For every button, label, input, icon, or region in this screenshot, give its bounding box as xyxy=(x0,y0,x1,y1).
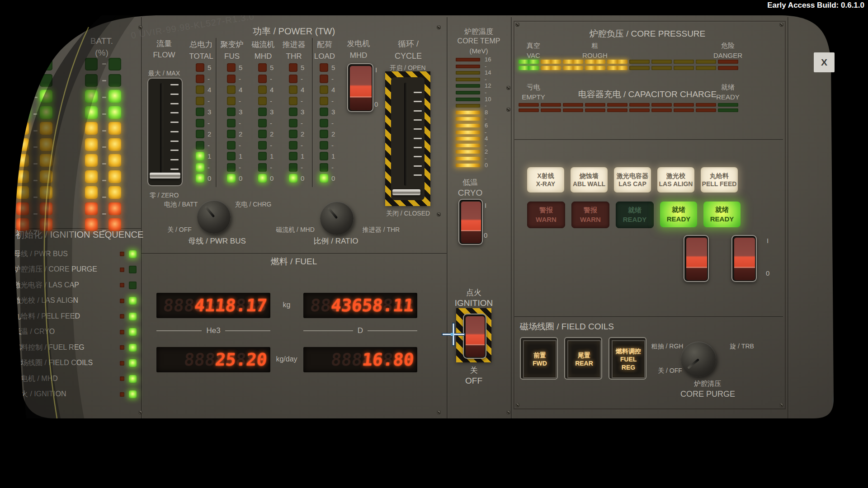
ratio-knob[interactable] xyxy=(320,202,354,235)
led-indicator xyxy=(40,122,52,135)
column-header-total: 总电力TOTAL xyxy=(184,39,218,62)
power-led-row: - xyxy=(320,141,338,150)
scale-label: - xyxy=(239,97,245,105)
subsystem-button[interactable]: X射线X-RAY xyxy=(527,167,564,192)
ignition-switch[interactable] xyxy=(463,314,486,359)
led-indicator xyxy=(320,75,328,83)
fast-forward-icon[interactable] xyxy=(805,443,820,460)
field-coil-button[interactable]: 燃料调控FUEL REG xyxy=(609,337,646,380)
pwr-bus-knob[interactable] xyxy=(197,200,231,234)
fast-forward-icon[interactable] xyxy=(818,443,832,460)
status-lamp: 警报WARN xyxy=(527,202,565,228)
led-segment xyxy=(718,103,738,112)
sequence-label: 燃料控制 / FUEL REG xyxy=(14,343,115,352)
scale-label: 2 xyxy=(270,130,276,138)
switch-off-label: 0 xyxy=(766,269,769,277)
slider-track xyxy=(160,83,163,179)
sequence-label: 发电机 / MHD xyxy=(14,374,115,384)
fuel-title: 燃料 / FUEL xyxy=(208,256,380,267)
power-led-row: - xyxy=(320,97,338,105)
led-segment xyxy=(674,60,694,70)
led-segment xyxy=(585,103,605,112)
led-indicator xyxy=(129,266,137,273)
temp-led-row: - xyxy=(456,91,493,94)
tick-mark xyxy=(170,84,179,85)
mhd-generator-label: 发电机MHD xyxy=(340,38,377,61)
battery-title: BATT.(%) xyxy=(72,35,131,59)
flow-slider-handle[interactable] xyxy=(150,173,180,178)
cycle-slider[interactable] xyxy=(391,77,425,200)
core-purge-knob[interactable] xyxy=(681,342,716,377)
ignition-label-en: IGNITION xyxy=(447,298,501,308)
cryo-label-cn: 低温 xyxy=(445,177,495,188)
cycle-slider-handle[interactable] xyxy=(392,189,420,195)
led-indicator xyxy=(196,75,204,83)
screw-icon xyxy=(437,410,441,414)
sequence-label: 激光电容 / LAS CAP xyxy=(14,281,115,290)
tick-mark xyxy=(414,165,422,167)
tick-mark xyxy=(170,141,179,142)
led-indicator xyxy=(129,250,137,258)
subsystem-button[interactable]: 丸给料PELL FEED xyxy=(701,167,738,192)
pause-icon[interactable] xyxy=(758,443,764,460)
ratio-mhd-label: 磁流机 / MHD xyxy=(270,226,320,234)
led-segment xyxy=(696,103,716,112)
subsystem-button[interactable]: 烧蚀墙ABL WALL xyxy=(571,167,608,192)
aux-switch-2[interactable] xyxy=(731,235,757,282)
mhd-generator-switch[interactable] xyxy=(347,63,373,112)
utc-clock: UTC 2079-08-25 13:30:05 xyxy=(736,423,868,435)
led-indicator xyxy=(40,138,52,151)
led-segment xyxy=(563,60,583,70)
close-button[interactable]: X xyxy=(814,52,835,72)
scale-label: 4 xyxy=(485,137,493,141)
led-indicator xyxy=(40,58,52,70)
subsystem-button[interactable]: 激光校LAS ALIGN xyxy=(657,167,694,192)
power-led-row: - xyxy=(258,97,276,105)
led-segment xyxy=(651,103,672,112)
field-coil-button[interactable]: 尾置REAR xyxy=(564,337,602,380)
scale-label: - xyxy=(239,119,245,127)
divider xyxy=(788,17,788,419)
temp-led-row: - xyxy=(456,131,493,134)
status-lamp-row: 警报WARN警报WARN就绪READY就绪READY就绪READY xyxy=(527,202,741,228)
subsystem-button[interactable]: 激光电容器LAS CAP xyxy=(614,167,651,192)
power-led-row: 3 xyxy=(196,108,214,116)
sequence-item: 低温 / CRYO xyxy=(14,326,137,338)
tick-mark xyxy=(102,146,106,148)
led-indicator xyxy=(108,58,121,70)
screw-icon xyxy=(779,403,783,407)
led-indicator xyxy=(258,63,267,72)
tick-mark xyxy=(414,101,422,102)
led-indicator xyxy=(16,202,29,215)
cryo-switch[interactable] xyxy=(458,199,483,245)
tick-mark xyxy=(33,197,38,198)
led-indicator xyxy=(289,108,297,116)
power-led-row: 5 xyxy=(289,63,307,72)
pause-icon[interactable] xyxy=(766,443,772,460)
cycle-closed-label: 关闭 / CLOSED xyxy=(382,210,434,218)
led-indicator xyxy=(456,137,480,141)
rough-label: ROUGH xyxy=(581,52,609,59)
flow-slider[interactable] xyxy=(147,78,183,186)
he3-rate-value: 25.20 xyxy=(214,350,268,370)
scale-label: 2 xyxy=(239,130,245,138)
scale-label: 1 xyxy=(239,152,245,160)
play-icon[interactable] xyxy=(777,441,801,462)
switch-rocker xyxy=(686,237,708,281)
meter-ticks xyxy=(102,63,106,231)
character-portrait[interactable] xyxy=(5,421,49,488)
temp-led-row: 12 xyxy=(456,84,493,88)
knob-pointer xyxy=(687,358,699,369)
led-indicator xyxy=(227,163,236,172)
alert-icon[interactable] xyxy=(836,388,861,413)
step-icon[interactable] xyxy=(742,444,754,459)
ready-label-cn: 就绪 xyxy=(714,83,741,92)
led-indicator xyxy=(258,141,267,150)
aux-switch-1[interactable] xyxy=(684,235,709,282)
d-rate-value: 16.80 xyxy=(361,350,415,370)
field-coil-button[interactable]: 前置FWD xyxy=(520,337,558,380)
power-led-row: - xyxy=(289,75,307,83)
led-indicator xyxy=(85,138,98,151)
screw-icon xyxy=(515,23,519,27)
led-indicator xyxy=(85,74,98,87)
